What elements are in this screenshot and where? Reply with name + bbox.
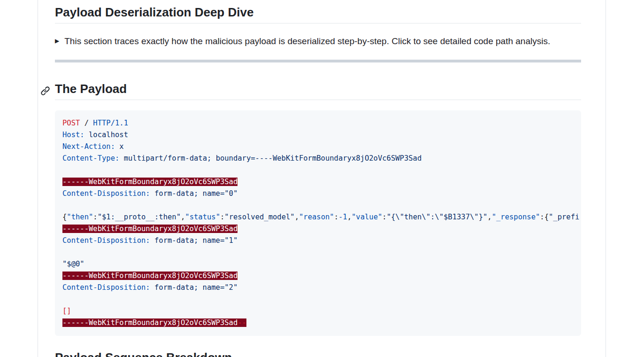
- code-content: POST / HTTP/1.1 Host: localhost Next-Act…: [62, 119, 579, 327]
- payload-heading-text: The Payload: [55, 82, 127, 96]
- heading-anchor-link[interactable]: [40, 84, 50, 93]
- details-summary[interactable]: ▶ This section traces exactly how the ma…: [55, 36, 581, 47]
- triangle-collapsed-icon: ▶: [55, 35, 59, 47]
- code-path-details: ▶ This section traces exactly how the ma…: [55, 36, 581, 47]
- payload-heading: The Payload: [55, 81, 581, 100]
- section-title: Payload Deserialization Deep Dive: [55, 4, 581, 23]
- markdown-body: Payload Deserialization Deep Dive ▶ This…: [55, 0, 581, 357]
- thick-divider: [55, 60, 581, 62]
- details-summary-text: This section traces exactly how the mali…: [64, 36, 550, 47]
- link-icon: [40, 85, 50, 99]
- next-section-heading: Payload Sequence Breakdown: [55, 349, 581, 357]
- code-block[interactable]: POST / HTTP/1.1 Host: localhost Next-Act…: [55, 110, 581, 336]
